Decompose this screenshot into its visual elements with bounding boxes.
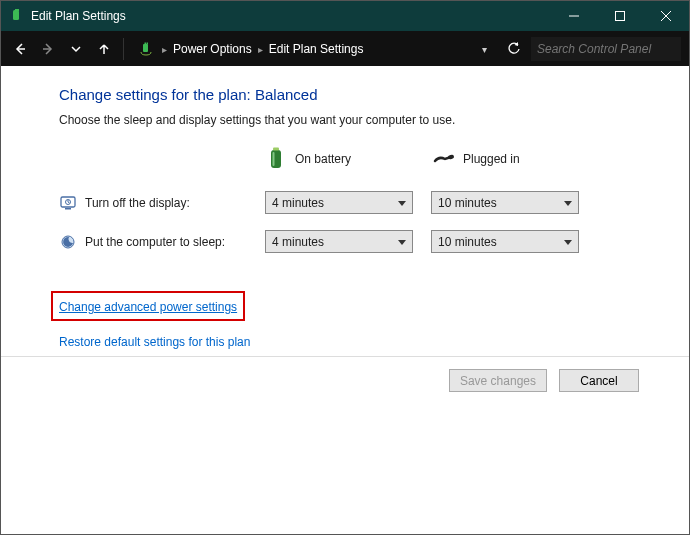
breadcrumb-item-power-options[interactable]: Power Options [173,42,252,56]
chevron-right-icon: ▸ [160,44,169,55]
separator [123,38,124,60]
heading-plan: Balanced [255,86,318,103]
page-title: Change settings for the plan: Balanced [59,86,689,103]
refresh-button[interactable] [503,38,525,60]
save-button: Save changes [449,369,547,392]
up-button[interactable] [93,38,115,60]
chevron-down-icon[interactable]: ▾ [482,44,491,55]
control-panel-icon [138,41,154,57]
back-button[interactable] [9,38,31,60]
svg-rect-1 [15,9,17,11]
sleep-battery-select[interactable]: 4 minutes [265,230,413,253]
breadcrumb[interactable]: ▸ Power Options ▸ Edit Plan Settings ▾ [132,37,497,61]
svg-line-21 [68,202,70,203]
app-icon [9,8,25,24]
search-box[interactable] [531,37,681,61]
navbar: ▸ Power Options ▸ Edit Plan Settings ▾ [1,31,689,67]
svg-rect-2 [17,9,19,11]
restore-defaults-link[interactable]: Restore default settings for this plan [59,335,689,349]
svg-rect-10 [145,43,147,45]
sleep-label: Put the computer to sleep: [85,235,265,249]
row-sleep: Put the computer to sleep: 4 minutes 10 … [59,230,689,253]
maximize-button[interactable] [597,1,643,31]
page-area: Change settings for the plan: Balanced C… [1,66,689,534]
plug-icon [433,148,455,170]
display-icon [59,194,77,212]
heading-prefix: Change settings for the plan: [59,86,255,103]
minimize-button[interactable] [551,1,597,31]
sleep-icon [59,233,77,251]
footer: Save changes Cancel [1,356,689,392]
highlight-box: Change advanced power settings [51,291,245,321]
svg-rect-22 [65,208,71,210]
chevron-right-icon: ▸ [256,44,265,55]
battery-icon [265,148,287,170]
svg-rect-9 [143,44,148,52]
sleep-plugged-select[interactable]: 10 minutes [431,230,579,253]
recent-locations-button[interactable] [65,38,87,60]
display-battery-select[interactable]: 4 minutes [265,191,413,214]
links: Change advanced power settings Restore d… [59,291,689,349]
display-label: Turn off the display: [85,196,265,210]
window-title: Edit Plan Settings [31,9,551,23]
row-turn-off-display: Turn off the display: 4 minutes 10 minut… [59,191,689,214]
page-subtext: Choose the sleep and display settings th… [59,113,689,127]
column-headers: On battery Plugged in [265,145,689,173]
plugged-in-label: Plugged in [463,152,520,166]
cancel-button[interactable]: Cancel [559,369,639,392]
svg-rect-11 [147,43,149,45]
svg-rect-0 [13,10,19,20]
forward-button[interactable] [37,38,59,60]
titlebar: Edit Plan Settings [1,1,689,31]
breadcrumb-item-edit-plan[interactable]: Edit Plan Settings [269,42,364,56]
search-input[interactable] [537,42,688,56]
content: Change settings for the plan: Balanced C… [1,66,689,349]
svg-rect-4 [616,12,625,21]
display-plugged-select[interactable]: 10 minutes [431,191,579,214]
on-battery-column: On battery [265,148,415,170]
close-button[interactable] [643,1,689,31]
advanced-power-settings-link[interactable]: Change advanced power settings [59,300,237,314]
svg-rect-15 [273,148,279,151]
window-controls [551,1,689,31]
svg-rect-16 [273,152,275,166]
on-battery-label: On battery [295,152,351,166]
plugged-in-column: Plugged in [433,148,583,170]
